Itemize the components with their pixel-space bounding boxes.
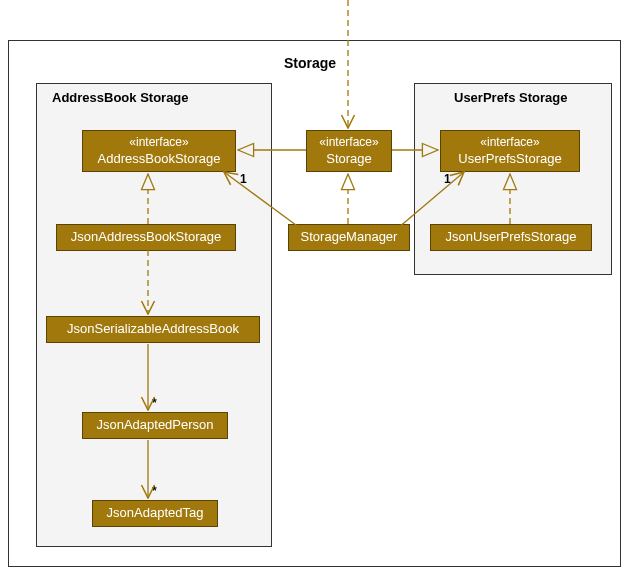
- multiplicity-ups-one: 1: [444, 172, 451, 186]
- class-jsonadaptedtag: JsonAdaptedTag: [92, 500, 218, 527]
- class-jsonaddressbookstorage: JsonAddressBookStorage: [56, 224, 236, 251]
- class-name: AddressBookStorage: [91, 151, 227, 168]
- class-storage-interface: «interface» Storage: [306, 130, 392, 172]
- class-userprefsstorage-interface: «interface» UserPrefsStorage: [440, 130, 580, 172]
- class-name: Storage: [315, 151, 383, 168]
- package-addressbook-title: AddressBook Storage: [52, 90, 189, 105]
- class-name: StorageManager: [297, 229, 401, 246]
- class-storagemanager: StorageManager: [288, 224, 410, 251]
- stereotype-label: «interface»: [315, 135, 383, 151]
- class-name: JsonSerializableAddressBook: [55, 321, 251, 338]
- multiplicity-tag-many: *: [152, 484, 157, 498]
- multiplicity-person-many: *: [152, 396, 157, 410]
- class-name: JsonAdaptedPerson: [91, 417, 219, 434]
- package-userprefs-title: UserPrefs Storage: [454, 90, 567, 105]
- class-jsonadaptedperson: JsonAdaptedPerson: [82, 412, 228, 439]
- stereotype-label: «interface»: [449, 135, 571, 151]
- class-jsonuserprefsstorage: JsonUserPrefsStorage: [430, 224, 592, 251]
- class-name: JsonAdaptedTag: [101, 505, 209, 522]
- class-addressbookstorage-interface: «interface» AddressBookStorage: [82, 130, 236, 172]
- class-name: UserPrefsStorage: [449, 151, 571, 168]
- class-name: JsonUserPrefsStorage: [439, 229, 583, 246]
- package-storage-title: Storage: [284, 55, 336, 71]
- class-jsonserializableaddressbook: JsonSerializableAddressBook: [46, 316, 260, 343]
- class-name: JsonAddressBookStorage: [65, 229, 227, 246]
- stereotype-label: «interface»: [91, 135, 227, 151]
- multiplicity-abs-one: 1: [240, 172, 247, 186]
